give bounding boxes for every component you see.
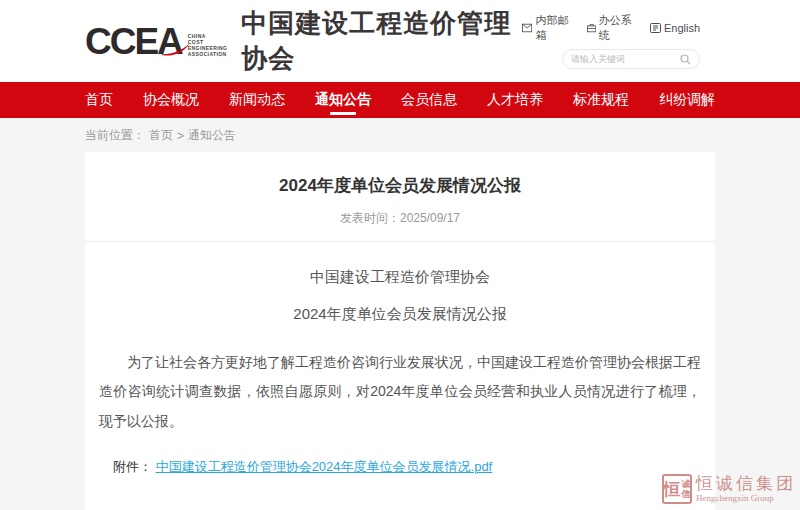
search-box[interactable]: [562, 49, 700, 69]
article-publish-date: 发表时间：2025/09/17: [95, 210, 705, 227]
attachment-pdf-link[interactable]: 中国建设工程造价管理协会2024年度单位会员发展情况.pdf: [156, 459, 493, 474]
article-org-line: 中国建设工程造价管理协会: [95, 268, 705, 287]
site-title: 中国建设工程造价管理协会: [241, 6, 522, 76]
watermark-name-en: Hengchengxin Group: [696, 493, 796, 503]
attachment-label: 附件：: [113, 459, 152, 474]
hengchengxin-logo-icon: 恒 诚 信: [662, 474, 692, 504]
breadcrumb: 当前位置： 首页 > 通知公告: [85, 127, 800, 144]
nav-inner: 首页 协会概况 新闻动态 通知公告 会员信息 人才培养 标准规程 纠纷调解: [85, 82, 715, 118]
nav-item-dispute-mediation[interactable]: 纠纷调解: [659, 82, 715, 118]
nav-item-home[interactable]: 首页: [85, 82, 113, 118]
tagline-line: ENGINEERING: [188, 45, 227, 51]
article-paragraph: 为了让社会各方更好地了解工程造价咨询行业发展状况，中国建设工程造价管理协会根据工…: [95, 348, 705, 436]
mail-icon: [522, 23, 532, 33]
wm-logo-char: 信: [682, 489, 691, 499]
ccea-acronym: CCEA: [85, 23, 182, 60]
search-icon[interactable]: [680, 54, 691, 65]
english-link[interactable]: English: [650, 22, 700, 34]
breadcrumb-separator: >: [177, 129, 184, 143]
office-system-icon: [587, 23, 596, 33]
nav-item-talent-training[interactable]: 人才培养: [487, 82, 543, 118]
quick-link-label: English: [664, 22, 700, 34]
wm-logo-char: 恒: [664, 481, 681, 498]
office-system-link[interactable]: 办公系统: [587, 13, 636, 43]
quick-link-label: 内部邮箱: [535, 13, 572, 43]
quick-links: 内部邮箱 办公系统 English: [522, 13, 700, 43]
nav-item-notices[interactable]: 通知公告: [315, 82, 371, 118]
wm-logo-char: 诚: [682, 479, 691, 489]
nav-item-news[interactable]: 新闻动态: [229, 82, 285, 118]
breadcrumb-label: 当前位置：: [85, 127, 145, 144]
internal-mail-link[interactable]: 内部邮箱: [522, 13, 572, 43]
ccea-logo[interactable]: CCEA CHINA COST ENGINEERING ASSOCIATION: [85, 23, 227, 60]
language-icon: [650, 23, 661, 33]
header-right: 内部邮箱 办公系统 English: [522, 13, 700, 69]
logo-area: CCEA CHINA COST ENGINEERING ASSOCIATION …: [85, 6, 522, 76]
nav-item-standards[interactable]: 标准规程: [573, 82, 629, 118]
main-nav: 首页 协会概况 新闻动态 通知公告 会员信息 人才培养 标准规程 纠纷调解: [0, 82, 800, 118]
logo-tagline: CHINA COST ENGINEERING ASSOCIATION: [188, 33, 227, 57]
tagline-line: ASSOCIATION: [188, 51, 227, 57]
site-header: CCEA CHINA COST ENGINEERING ASSOCIATION …: [0, 0, 800, 82]
article-card: 2024年度单位会员发展情况公报 发表时间：2025/09/17 中国建设工程造…: [85, 152, 715, 510]
watermark-text: 恒诚信集团 Hengchengxin Group: [696, 475, 796, 504]
breadcrumb-current-link[interactable]: 通知公告: [188, 127, 236, 144]
nav-item-association-overview[interactable]: 协会概况: [143, 82, 199, 118]
article-subtitle-line: 2024年度单位会员发展情况公报: [95, 305, 705, 324]
breadcrumb-home-link[interactable]: 首页: [149, 127, 173, 144]
article-title: 2024年度单位会员发展情况公报: [95, 174, 705, 197]
title-divider: [85, 241, 715, 242]
attachment-row: 附件： 中国建设工程造价管理协会2024年度单位会员发展情况.pdf: [95, 458, 705, 476]
nav-item-member-info[interactable]: 会员信息: [401, 82, 457, 118]
quick-link-label: 办公系统: [599, 13, 636, 43]
hengchengxin-watermark: 恒 诚 信 恒诚信集团 Hengchengxin Group: [662, 474, 796, 504]
watermark-name-cn: 恒诚信集团: [696, 475, 796, 494]
search-input[interactable]: [571, 54, 680, 64]
